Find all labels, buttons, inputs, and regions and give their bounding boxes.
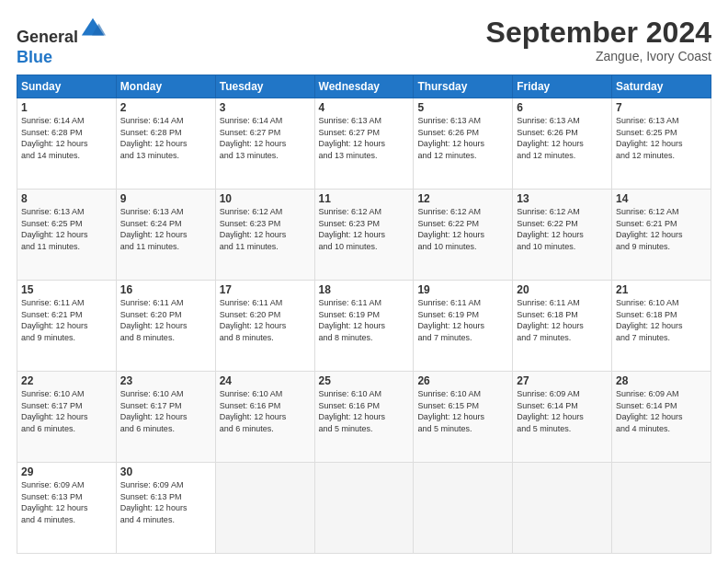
empty-cell-5 xyxy=(612,463,711,554)
day-21: 21 Sunrise: 6:10 AMSunset: 6:18 PMDaylig… xyxy=(612,281,711,372)
day-17: 17 Sunrise: 6:11 AMSunset: 6:20 PMDaylig… xyxy=(215,281,314,372)
header: General Blue September 2024 Zangue, Ivor… xyxy=(17,17,711,67)
calendar-table: Sunday Monday Tuesday Wednesday Thursday… xyxy=(17,75,711,554)
day-23: 23 Sunrise: 6:10 AMSunset: 6:17 PMDaylig… xyxy=(116,372,215,463)
day-20: 20 Sunrise: 6:11 AMSunset: 6:18 PMDaylig… xyxy=(513,281,612,372)
day-3: 3 Sunrise: 6:14 AMSunset: 6:27 PMDayligh… xyxy=(215,98,314,190)
month-title: September 2024 xyxy=(486,17,711,49)
day-24: 24 Sunrise: 6:10 AMSunset: 6:16 PMDaylig… xyxy=(215,372,314,463)
empty-cell-3 xyxy=(414,463,513,554)
day-14: 14 Sunrise: 6:12 AMSunset: 6:21 PMDaylig… xyxy=(612,190,711,281)
logo-general: General xyxy=(17,28,78,46)
day-13: 13 Sunrise: 6:12 AMSunset: 6:22 PMDaylig… xyxy=(513,190,612,281)
logo-icon xyxy=(80,17,106,42)
empty-cell-1 xyxy=(215,463,314,554)
day-1: 1 Sunrise: 6:14 AMSunset: 6:28 PMDayligh… xyxy=(17,98,117,190)
day-5: 5 Sunrise: 6:13 AMSunset: 6:26 PMDayligh… xyxy=(414,98,513,190)
day-22: 22 Sunrise: 6:10 AMSunset: 6:17 PMDaylig… xyxy=(17,372,117,463)
day-30: 30 Sunrise: 6:09 AMSunset: 6:13 PMDaylig… xyxy=(116,463,215,554)
col-thursday: Thursday xyxy=(414,75,513,98)
day-19: 19 Sunrise: 6:11 AMSunset: 6:19 PMDaylig… xyxy=(414,281,513,372)
title-block: September 2024 Zangue, Ivory Coast xyxy=(486,17,711,63)
week-4: 22 Sunrise: 6:10 AMSunset: 6:17 PMDaylig… xyxy=(17,372,711,463)
location: Zangue, Ivory Coast xyxy=(486,49,711,63)
col-monday: Monday xyxy=(116,75,215,98)
col-saturday: Saturday xyxy=(612,75,711,98)
day-8: 8 Sunrise: 6:13 AMSunset: 6:25 PMDayligh… xyxy=(17,190,117,281)
logo: General Blue xyxy=(17,17,106,67)
day-15: 15 Sunrise: 6:11 AMSunset: 6:21 PMDaylig… xyxy=(17,281,117,372)
day-11: 11 Sunrise: 6:12 AMSunset: 6:23 PMDaylig… xyxy=(314,190,414,281)
logo-text: General Blue xyxy=(17,17,106,67)
day-29: 29 Sunrise: 6:09 AMSunset: 6:13 PMDaylig… xyxy=(17,463,117,554)
day-10: 10 Sunrise: 6:12 AMSunset: 6:23 PMDaylig… xyxy=(215,190,314,281)
col-sunday: Sunday xyxy=(17,75,117,98)
col-tuesday: Tuesday xyxy=(215,75,314,98)
week-3: 15 Sunrise: 6:11 AMSunset: 6:21 PMDaylig… xyxy=(17,281,711,372)
day-4: 4 Sunrise: 6:13 AMSunset: 6:27 PMDayligh… xyxy=(314,98,414,190)
day-2: 2 Sunrise: 6:14 AMSunset: 6:28 PMDayligh… xyxy=(116,98,215,190)
col-friday: Friday xyxy=(513,75,612,98)
week-5: 29 Sunrise: 6:09 AMSunset: 6:13 PMDaylig… xyxy=(17,463,711,554)
day-9: 9 Sunrise: 6:13 AMSunset: 6:24 PMDayligh… xyxy=(116,190,215,281)
day-18: 18 Sunrise: 6:11 AMSunset: 6:19 PMDaylig… xyxy=(314,281,414,372)
day-25: 25 Sunrise: 6:10 AMSunset: 6:16 PMDaylig… xyxy=(314,372,414,463)
empty-cell-4 xyxy=(513,463,612,554)
day-26: 26 Sunrise: 6:10 AMSunset: 6:15 PMDaylig… xyxy=(414,372,513,463)
day-7: 7 Sunrise: 6:13 AMSunset: 6:25 PMDayligh… xyxy=(612,98,711,190)
week-1: 1 Sunrise: 6:14 AMSunset: 6:28 PMDayligh… xyxy=(17,98,711,190)
week-2: 8 Sunrise: 6:13 AMSunset: 6:25 PMDayligh… xyxy=(17,190,711,281)
empty-cell-2 xyxy=(314,463,414,554)
col-wednesday: Wednesday xyxy=(314,75,414,98)
page: General Blue September 2024 Zangue, Ivor… xyxy=(0,0,728,563)
day-28: 28 Sunrise: 6:09 AMSunset: 6:14 PMDaylig… xyxy=(612,372,711,463)
day-12: 12 Sunrise: 6:12 AMSunset: 6:22 PMDaylig… xyxy=(414,190,513,281)
day-27: 27 Sunrise: 6:09 AMSunset: 6:14 PMDaylig… xyxy=(513,372,612,463)
day-16: 16 Sunrise: 6:11 AMSunset: 6:20 PMDaylig… xyxy=(116,281,215,372)
day-6: 6 Sunrise: 6:13 AMSunset: 6:26 PMDayligh… xyxy=(513,98,612,190)
logo-blue: Blue xyxy=(17,48,52,66)
